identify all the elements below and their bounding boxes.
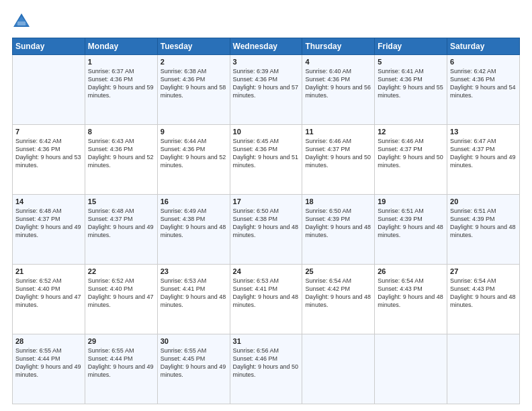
day-number: 21 <box>15 267 82 275</box>
day-cell: 7Sunrise: 6:42 AMSunset: 4:36 PMDaylight… <box>13 125 85 195</box>
day-info: Sunrise: 6:45 AMSunset: 4:36 PMDaylight:… <box>233 137 300 170</box>
week-row-5: 28Sunrise: 6:55 AMSunset: 4:44 PMDayligh… <box>13 334 520 404</box>
day-number: 11 <box>305 128 371 136</box>
day-cell: 22Sunrise: 6:52 AMSunset: 4:40 PMDayligh… <box>85 265 157 334</box>
day-cell: 13Sunrise: 6:47 AMSunset: 4:37 PMDayligh… <box>447 125 520 195</box>
day-number: 6 <box>450 58 517 66</box>
day-number: 1 <box>88 58 154 66</box>
day-cell <box>13 55 85 125</box>
day-info: Sunrise: 6:51 AMSunset: 4:39 PMDaylight:… <box>450 207 517 240</box>
week-row-4: 21Sunrise: 6:52 AMSunset: 4:40 PMDayligh… <box>13 265 520 334</box>
day-info: Sunrise: 6:52 AMSunset: 4:40 PMDaylight:… <box>88 277 154 310</box>
day-number: 31 <box>233 337 300 345</box>
day-cell: 23Sunrise: 6:53 AMSunset: 4:41 PMDayligh… <box>157 265 230 334</box>
day-info: Sunrise: 6:55 AMSunset: 4:44 PMDaylight:… <box>88 347 154 379</box>
calendar-header-sunday: Sunday <box>13 38 85 55</box>
logo <box>12 12 34 31</box>
day-number: 20 <box>450 197 517 205</box>
day-info: Sunrise: 6:53 AMSunset: 4:41 PMDaylight:… <box>161 277 227 310</box>
day-cell: 19Sunrise: 6:51 AMSunset: 4:39 PMDayligh… <box>375 195 447 265</box>
calendar-header-friday: Friday <box>375 38 447 55</box>
day-info: Sunrise: 6:41 AMSunset: 4:36 PMDaylight:… <box>378 67 444 100</box>
day-info: Sunrise: 6:56 AMSunset: 4:46 PMDaylight:… <box>233 347 300 379</box>
day-number: 16 <box>161 197 227 205</box>
day-cell: 26Sunrise: 6:54 AMSunset: 4:43 PMDayligh… <box>375 265 447 334</box>
day-cell: 27Sunrise: 6:54 AMSunset: 4:43 PMDayligh… <box>447 265 520 334</box>
day-number: 13 <box>450 128 517 136</box>
day-info: Sunrise: 6:44 AMSunset: 4:36 PMDaylight:… <box>161 137 227 170</box>
day-info: Sunrise: 6:54 AMSunset: 4:42 PMDaylight:… <box>305 277 371 310</box>
calendar-header-wednesday: Wednesday <box>230 38 302 55</box>
week-row-1: 1Sunrise: 6:37 AMSunset: 4:36 PMDaylight… <box>13 55 520 125</box>
day-info: Sunrise: 6:53 AMSunset: 4:41 PMDaylight:… <box>233 277 300 310</box>
day-cell <box>302 334 375 404</box>
day-number: 4 <box>305 58 371 66</box>
day-cell: 11Sunrise: 6:46 AMSunset: 4:37 PMDayligh… <box>302 125 375 195</box>
day-number: 8 <box>88 128 154 136</box>
day-info: Sunrise: 6:48 AMSunset: 4:37 PMDaylight:… <box>88 207 154 240</box>
calendar-header-row: SundayMondayTuesdayWednesdayThursdayFrid… <box>13 38 520 55</box>
day-number: 10 <box>233 128 300 136</box>
day-cell: 24Sunrise: 6:53 AMSunset: 4:41 PMDayligh… <box>230 265 302 334</box>
day-number: 30 <box>161 337 227 345</box>
day-cell: 6Sunrise: 6:42 AMSunset: 4:36 PMDaylight… <box>447 55 520 125</box>
day-number: 25 <box>305 267 371 275</box>
day-number: 3 <box>233 58 300 66</box>
day-cell: 1Sunrise: 6:37 AMSunset: 4:36 PMDaylight… <box>85 55 157 125</box>
day-info: Sunrise: 6:55 AMSunset: 4:45 PMDaylight:… <box>161 347 227 379</box>
day-number: 27 <box>450 267 517 275</box>
day-cell: 9Sunrise: 6:44 AMSunset: 4:36 PMDaylight… <box>157 125 230 195</box>
day-cell: 25Sunrise: 6:54 AMSunset: 4:42 PMDayligh… <box>302 265 375 334</box>
calendar-table: SundayMondayTuesdayWednesdayThursdayFrid… <box>12 38 520 404</box>
day-info: Sunrise: 6:54 AMSunset: 4:43 PMDaylight:… <box>378 277 444 310</box>
day-cell: 14Sunrise: 6:48 AMSunset: 4:37 PMDayligh… <box>13 195 85 265</box>
day-number: 24 <box>233 267 300 275</box>
day-cell: 21Sunrise: 6:52 AMSunset: 4:40 PMDayligh… <box>13 265 85 334</box>
day-cell: 31Sunrise: 6:56 AMSunset: 4:46 PMDayligh… <box>230 334 302 404</box>
day-cell: 29Sunrise: 6:55 AMSunset: 4:44 PMDayligh… <box>85 334 157 404</box>
day-number: 5 <box>378 58 444 66</box>
day-number: 15 <box>88 197 154 205</box>
day-info: Sunrise: 6:46 AMSunset: 4:37 PMDaylight:… <box>305 137 371 170</box>
day-cell: 15Sunrise: 6:48 AMSunset: 4:37 PMDayligh… <box>85 195 157 265</box>
day-number: 2 <box>161 58 227 66</box>
day-cell: 8Sunrise: 6:43 AMSunset: 4:36 PMDaylight… <box>85 125 157 195</box>
day-number: 12 <box>378 128 444 136</box>
day-info: Sunrise: 6:42 AMSunset: 4:36 PMDaylight:… <box>450 67 517 100</box>
day-cell: 16Sunrise: 6:49 AMSunset: 4:38 PMDayligh… <box>157 195 230 265</box>
day-info: Sunrise: 6:52 AMSunset: 4:40 PMDaylight:… <box>15 277 82 310</box>
day-info: Sunrise: 6:50 AMSunset: 4:39 PMDaylight:… <box>305 207 371 240</box>
day-cell: 12Sunrise: 6:46 AMSunset: 4:37 PMDayligh… <box>375 125 447 195</box>
day-number: 17 <box>233 197 300 205</box>
day-cell: 5Sunrise: 6:41 AMSunset: 4:36 PMDaylight… <box>375 55 447 125</box>
week-row-3: 14Sunrise: 6:48 AMSunset: 4:37 PMDayligh… <box>13 195 520 265</box>
day-cell: 3Sunrise: 6:39 AMSunset: 4:36 PMDaylight… <box>230 55 302 125</box>
calendar-header-monday: Monday <box>85 38 157 55</box>
day-info: Sunrise: 6:39 AMSunset: 4:36 PMDaylight:… <box>233 67 300 100</box>
week-row-2: 7Sunrise: 6:42 AMSunset: 4:36 PMDaylight… <box>13 125 520 195</box>
day-info: Sunrise: 6:50 AMSunset: 4:38 PMDaylight:… <box>233 207 300 240</box>
logo-icon <box>12 12 31 31</box>
day-info: Sunrise: 6:43 AMSunset: 4:36 PMDaylight:… <box>88 137 154 170</box>
day-number: 9 <box>161 128 227 136</box>
day-number: 29 <box>88 337 154 345</box>
day-number: 28 <box>15 337 82 345</box>
day-number: 7 <box>15 128 82 136</box>
day-cell: 18Sunrise: 6:50 AMSunset: 4:39 PMDayligh… <box>302 195 375 265</box>
day-number: 18 <box>305 197 371 205</box>
day-info: Sunrise: 6:54 AMSunset: 4:43 PMDaylight:… <box>450 277 517 310</box>
calendar-header-tuesday: Tuesday <box>157 38 230 55</box>
day-info: Sunrise: 6:37 AMSunset: 4:36 PMDaylight:… <box>88 67 154 100</box>
day-cell: 30Sunrise: 6:55 AMSunset: 4:45 PMDayligh… <box>157 334 230 404</box>
day-number: 23 <box>161 267 227 275</box>
day-info: Sunrise: 6:40 AMSunset: 4:36 PMDaylight:… <box>305 67 371 100</box>
calendar-header-thursday: Thursday <box>302 38 375 55</box>
day-cell: 4Sunrise: 6:40 AMSunset: 4:36 PMDaylight… <box>302 55 375 125</box>
svg-rect-2 <box>17 21 26 26</box>
day-cell: 10Sunrise: 6:45 AMSunset: 4:36 PMDayligh… <box>230 125 302 195</box>
day-number: 22 <box>88 267 154 275</box>
day-info: Sunrise: 6:49 AMSunset: 4:38 PMDaylight:… <box>161 207 227 240</box>
header <box>12 12 520 31</box>
day-info: Sunrise: 6:42 AMSunset: 4:36 PMDaylight:… <box>15 137 82 170</box>
day-info: Sunrise: 6:38 AMSunset: 4:36 PMDaylight:… <box>161 67 227 100</box>
